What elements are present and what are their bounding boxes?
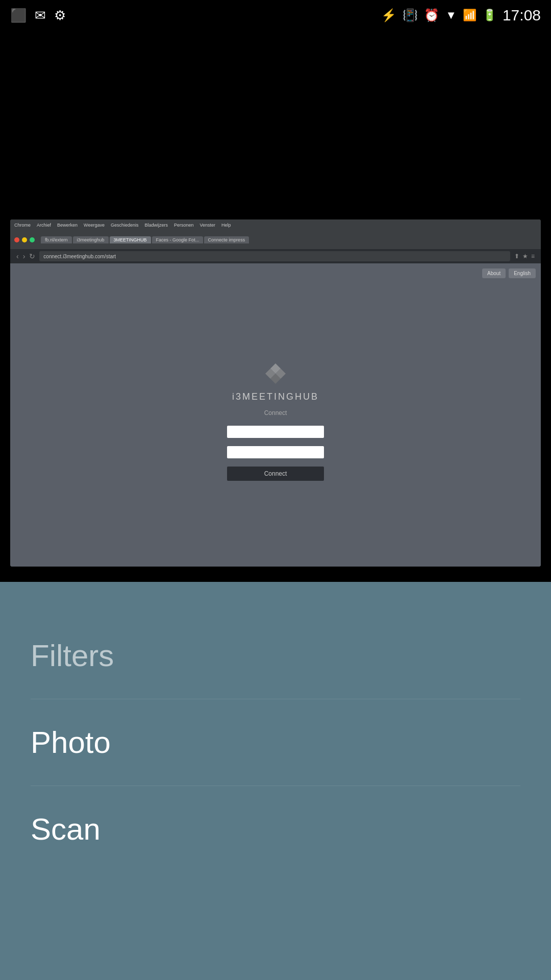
filters-item[interactable]: Filters	[31, 612, 520, 699]
browser-screenshot: Chrome Archief Bewerken Weergave Geschie…	[10, 219, 541, 567]
status-icons-left: ⬛ ✉ ⚙	[10, 8, 66, 23]
battery-icon: 🔋	[483, 9, 496, 22]
browser-tab-4[interactable]: Connecte impress	[204, 236, 249, 243]
filters-label: Filters	[31, 639, 114, 673]
refresh-button[interactable]: ↻	[29, 252, 35, 260]
wifi-icon: ▼	[445, 9, 457, 22]
browser-actions: ⬆ ★ ≡	[514, 253, 535, 260]
photo-item[interactable]: Photo	[31, 699, 520, 786]
meetinghub-input-1[interactable]	[227, 426, 324, 438]
forward-button: ›	[23, 252, 26, 260]
traffic-light-minimize[interactable]	[22, 237, 27, 242]
android-icon: ⚙	[54, 8, 66, 23]
gmail-icon: ✉	[35, 8, 46, 23]
language-button[interactable]: English	[509, 268, 536, 278]
status-bar: ⬛ ✉ ⚙ ⚡ 📳 ⏰ ▼ 📶 🔋 17:08	[0, 0, 551, 31]
status-time: 17:08	[503, 7, 541, 24]
bluetooth-icon: ⚡	[381, 8, 396, 22]
browser-tab-2[interactable]: 3MEETINGHUB	[110, 236, 151, 243]
bookmark-icon[interactable]: ★	[522, 253, 528, 260]
alarm-icon: ⏰	[424, 8, 439, 22]
menu-venster: Venster	[200, 223, 216, 228]
website-content: About English i3MEETINGHUB Connect Conne…	[10, 263, 541, 567]
vibrate-icon: 📳	[403, 8, 418, 22]
meetinghub-logo-icon	[263, 361, 288, 386]
menu-bewerken: Bewerken	[57, 223, 78, 228]
website-top-buttons: About English	[482, 268, 536, 278]
browser-address-bar: ‹ › ↻ connect.i3meetinghub.com/start ⬆ ★…	[10, 249, 541, 263]
traffic-light-close[interactable]	[14, 237, 19, 242]
menu-chrome: Chrome	[14, 223, 31, 228]
browser-tab-0[interactable]: fb.nl/extern	[41, 236, 72, 243]
browser-menu-bar: Chrome Archief Bewerken Weergave Geschie…	[10, 219, 541, 231]
bottom-panel: Filters Photo Scan	[0, 582, 551, 980]
share-icon[interactable]: ⬆	[514, 253, 519, 260]
signal-icon: 📶	[463, 9, 477, 22]
scan-item[interactable]: Scan	[31, 786, 520, 872]
meetinghub-connect-button[interactable]: Connect	[227, 467, 324, 481]
back-button[interactable]: ‹	[16, 252, 19, 260]
meetinghub-input-2[interactable]	[227, 446, 324, 458]
menu-help: Help	[221, 223, 231, 228]
menu-bladwijzers: Bladwijzers	[144, 223, 168, 228]
browser-chrome-bar: fb.nl/extern i3meetinghub 3MEETINGHUB Fa…	[10, 231, 541, 249]
gallery-icon: ⬛	[10, 8, 27, 23]
meetinghub-connect-label: Connect	[264, 409, 287, 416]
photo-area: Chrome Archief Bewerken Weergave Geschie…	[0, 31, 551, 582]
browser-tab-1[interactable]: i3meetinghub	[73, 236, 109, 243]
browser-url[interactable]: connect.i3meetinghub.com/start	[39, 251, 510, 261]
settings-icon[interactable]: ≡	[531, 253, 535, 260]
meetinghub-title: i3MEETINGHUB	[232, 391, 319, 402]
photo-label: Photo	[31, 725, 111, 760]
about-button[interactable]: About	[482, 268, 506, 278]
browser-tab-3[interactable]: Faces - Google Fot...	[152, 236, 203, 243]
traffic-light-maximize[interactable]	[30, 237, 35, 242]
menu-geschiedenis: Geschiedenis	[111, 223, 139, 228]
status-icons-right: ⚡ 📳 ⏰ ▼ 📶 🔋 17:08	[381, 7, 541, 24]
browser-tabs: fb.nl/extern i3meetinghub 3MEETINGHUB Fa…	[41, 236, 537, 243]
traffic-lights	[14, 237, 35, 242]
scan-label: Scan	[31, 812, 101, 846]
menu-personen: Personen	[174, 223, 194, 228]
menu-weergave: Weergave	[84, 223, 105, 228]
menu-archief: Archief	[37, 223, 51, 228]
